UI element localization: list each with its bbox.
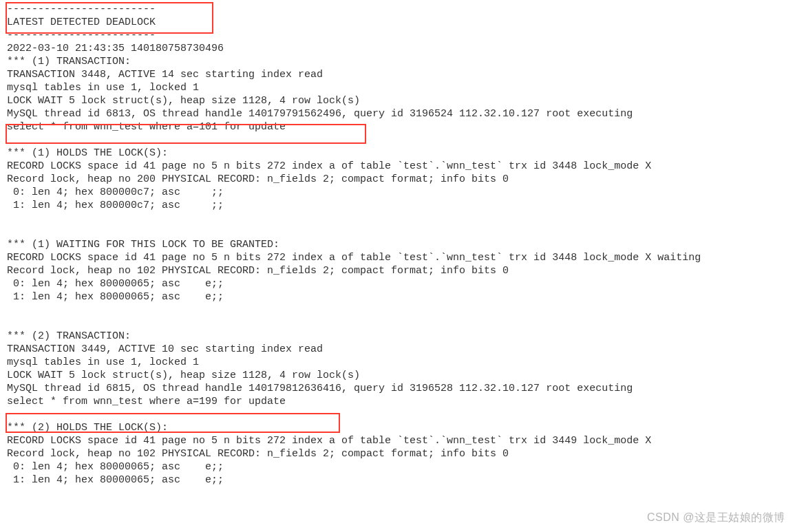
watermark: CSDN @这是王姑娘的微博 xyxy=(647,511,785,525)
deadlock-log-output: ------------------------ LATEST DETECTED… xyxy=(0,0,795,505)
